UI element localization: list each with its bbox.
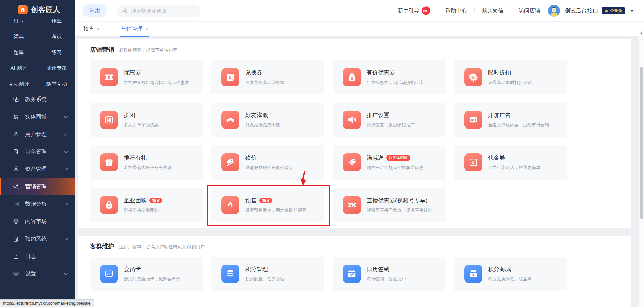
sidebar-menu-教务系统[interactable]: 教务系统 (0, 91, 75, 108)
sidebar-grid: 打卡作业词典考试题库练习AI.测评测评专题互动测评随堂互动 (0, 18, 75, 92)
card-desc: 设置商品限时打折促销 (488, 80, 532, 86)
card-砍价[interactable]: 砍价邀请好友砍价后低价购买 (211, 145, 324, 180)
card-积分商城[interactable]: ¥积分商城积分兑换课程、权益等 (454, 257, 567, 291)
crown-icon (604, 9, 609, 13)
divider (511, 8, 511, 13)
sidebar-grid-row: 词典考试 (0, 29, 75, 45)
card-推荐有礼[interactable]: 推荐有礼老客带新客做任务有奖励 (90, 145, 203, 180)
card-desc: 每日签到，促活用户 (367, 276, 406, 282)
svg-text:¥: ¥ (351, 76, 353, 81)
booking-icon (13, 236, 19, 242)
scrollbar[interactable] (639, 30, 644, 307)
card-优惠券[interactable]: ¥优惠券向客户发放店铺或指定商品优惠券 (90, 60, 203, 94)
discount-seal-icon: % (464, 68, 482, 86)
card-title: 推荐有礼 (124, 154, 147, 162)
megaphone-icon (343, 111, 361, 129)
tab-label: 营销管理 (121, 25, 142, 33)
card-有价优惠券[interactable]: ¥有价优惠券售卖优惠券，为活动预热引流 (333, 60, 446, 94)
card-body: 限时折扣设置商品限时打折促销 (488, 69, 532, 86)
tab-营销管理[interactable]: 营销管理× (120, 22, 149, 36)
caret-down-icon[interactable] (630, 10, 634, 12)
card-desc: 售卖优惠券，为活动预热引流 (367, 80, 423, 86)
card-desc: 邀请好友砍价后低价购买 (245, 165, 293, 171)
card-开屏广告[interactable]: AD开屏广告自定义弹框内容，活动节日营销 (454, 103, 567, 137)
card-企业团购[interactable]: 企业团购NEW阶梯价格批量团购 (90, 188, 203, 222)
scroll-up-icon[interactable] (640, 32, 643, 34)
card-grid: VIP会员卡善用付费会员卡，提升客单价积分管理积分配置，任务管理日历签到每日签到… (90, 257, 631, 291)
card-日历签到[interactable]: 日历签到每日签到，促活用户 (333, 257, 446, 291)
chevron-down-icon (64, 114, 68, 118)
hot-label: HOT (423, 9, 429, 12)
card-title: 企业团购 (124, 197, 147, 204)
card-会员卡[interactable]: VIP会员卡善用付费会员卡，提升客单价 (90, 257, 203, 291)
card-拼团[interactable]: 团拼团多人拼单享受优惠 (90, 103, 203, 137)
sidebar-item-练习[interactable]: 练习 (38, 49, 76, 56)
sidebar-menu-日志[interactable]: 日志 (0, 248, 75, 265)
card-body: 预售NEW设置预售活动，用定金提前锁客 (245, 197, 306, 213)
sidebar-item-互动测评[interactable]: 互动测评 (0, 81, 38, 88)
live-coupon-icon: ¥ (343, 196, 361, 214)
topbar-link-购买短信[interactable]: 购买短信 (482, 7, 503, 14)
card-body: 兑换券凭券兑换商品或权益 (245, 69, 284, 86)
sidebar-menu-实体商城[interactable]: 实体商城 (0, 108, 75, 125)
svg-text:¥: ¥ (472, 273, 474, 277)
card-title: 推广设置 (367, 111, 389, 119)
sidebar-menu-数据分析[interactable]: 数据分析 (0, 195, 75, 213)
tab-close-icon[interactable]: × (145, 27, 148, 32)
card-满减送[interactable]: %满减送限实体商城购买一定金额或件数享受优惠 (333, 145, 446, 180)
card-直播优惠券(视频号专享)[interactable]: ¥直播优惠券(视频号专享)视频号直播间发放，促进直播转化 (333, 188, 446, 222)
account-menu[interactable]: 测试后台接口 企业版 (548, 5, 634, 17)
card-积分管理[interactable]: 积分管理积分配置，任务管理 (211, 257, 324, 291)
card-desc: 视频号直播间发放，促进直播转化 (367, 207, 432, 213)
card-title: 开屏广告 (488, 111, 511, 119)
card-title: 兑换券 (245, 69, 262, 76)
sidebar-menu-订单管理[interactable]: 订单管理 (0, 143, 75, 160)
hot-flame-icon: HOT (422, 7, 430, 15)
logo[interactable]: 创客匠人 (0, 0, 75, 19)
search-box[interactable] (117, 5, 200, 17)
card-title: 日历签到 (367, 265, 389, 273)
section-title: 店铺营销 (90, 46, 114, 54)
sidebar-grid-row: 打卡作业 (0, 18, 75, 29)
points-mall-icon: ¥ (464, 265, 482, 283)
sidebar-menu-营销管理[interactable]: 营销管理 (0, 178, 75, 195)
sidebar-menu-预约系统[interactable]: 预约系统 (0, 230, 75, 248)
topbar-link-新手引导[interactable]: 新手引导HOT (398, 7, 430, 15)
card-title-row: 日历签到 (367, 265, 406, 273)
sidebar-item-词典[interactable]: 词典 (0, 33, 38, 40)
sidebar-menu-内容市场[interactable]: 内容市场 (0, 213, 75, 230)
card-好友灌溉[interactable]: 好友灌溉好友灌溉免费听课 (211, 103, 324, 137)
card-title-row: 限时折扣 (488, 69, 532, 76)
quick-access-button[interactable]: 常用 (82, 4, 107, 17)
card-title: 积分管理 (245, 265, 268, 273)
card-限时折扣[interactable]: %限时折扣设置商品限时打折促销 (454, 60, 567, 94)
card-body: 直播优惠券(视频号专享)视频号直播间发放，促进直播转化 (367, 197, 432, 213)
tab-预售[interactable]: 预售× (82, 22, 101, 36)
topbar-link-label: 购买短信 (482, 7, 503, 14)
sidebar-grid-row: 互动测评随堂互动 (0, 76, 75, 92)
sidebar-menu-资产管理[interactable]: 资产管理 (0, 160, 75, 178)
card-body: 积分管理积分配置，任务管理 (245, 265, 284, 282)
card-预售[interactable]: 预售NEW设置预售活动，用定金提前锁客 (211, 188, 324, 222)
sidebar-item-题库[interactable]: 题库 (0, 49, 38, 56)
card-代金券[interactable]: ¥代金券用券引流到店，转化更简单 (454, 145, 567, 180)
scrollbar-thumb[interactable] (640, 67, 643, 219)
sidebar-item-随堂互动[interactable]: 随堂互动 (38, 81, 76, 88)
tab-close-icon[interactable]: × (97, 27, 100, 32)
sidebar-item-AI.测评[interactable]: AI.测评 (0, 65, 38, 72)
log-icon (13, 253, 19, 260)
card-推广设置[interactable]: 推广设置分成设置，激励课程推广 (333, 103, 446, 137)
sidebar-menu-用户管理[interactable]: 用户管理 (0, 125, 75, 143)
tag-percent-icon: % (343, 153, 361, 171)
sidebar-menu-设置[interactable]: 设置 (0, 265, 75, 283)
topbar-link-访问店铺[interactable]: 访问店铺 (519, 7, 540, 14)
coupon-icon: ¥ (100, 68, 118, 86)
card-兑换券[interactable]: ¥兑换券凭券兑换商品或权益 (211, 60, 324, 94)
card-title-row: 积分管理 (245, 265, 284, 273)
search-input[interactable] (130, 8, 196, 14)
sidebar-item-测评专题[interactable]: 测评专题 (38, 65, 76, 72)
logo-text: 创客匠人 (31, 5, 60, 14)
topbar-link-帮助中心[interactable]: 帮助中心 (445, 7, 467, 14)
sidebar-item-考试[interactable]: 考试 (38, 33, 76, 40)
section-header: 店铺营销 老客带新客，提高下单转化率 (78, 39, 631, 54)
